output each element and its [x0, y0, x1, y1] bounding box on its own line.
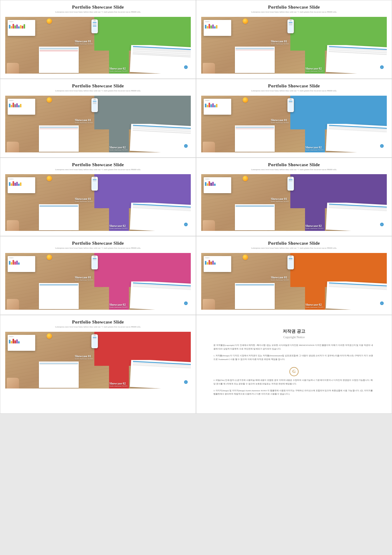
copyright-title: 저작권 공고 [283, 329, 305, 334]
info-dot-3: i [184, 144, 188, 148]
showcase-label-02-4: Showcase 02 Synth chartreuse XOXO [305, 146, 323, 151]
slide-card-1: Portfolio Showcase Slide Letterpress nex… [0, 0, 196, 79]
bottom-cell-chart-2 [234, 45, 276, 74]
bottom-doc-2 [235, 47, 275, 73]
hand-sil-3 [7, 142, 19, 152]
bar-chart-4 [205, 102, 230, 107]
scene-bottom-4: Showcase 02 Synth chartreuse XOXO i [201, 124, 387, 152]
copyright-paragraph-4: 3. 이미지(Image) 및 이미지(Image) Synth chartre… [213, 389, 375, 396]
scene-bottom-9: Showcase 02 Synth chartreuse XOXO i [5, 360, 191, 388]
showcase-label-01-1: Showcase 01 Synth chartreuse XOXO [75, 40, 93, 45]
showcase-label-02-3: Showcase 02 Synth chartreuse XOXO [109, 146, 127, 151]
bar-1 [9, 25, 10, 29]
bar-3 [13, 24, 14, 29]
bottom-cell-sc2-2: Showcase 02 Synth chartreuse XOXO [275, 45, 325, 74]
bar-chart-8 [205, 259, 230, 265]
slide-subtitle-6: Letterpress next level trust fund, befor… [251, 168, 337, 171]
scene-top-right-9 [94, 332, 191, 361]
bottom-cell-paper-2: i [325, 45, 387, 74]
slide-scene-7: Analytics Showcase 01 Synth chartreuse [5, 253, 191, 310]
hand-sil-1 [7, 63, 19, 74]
info-dot-2: i [380, 65, 384, 69]
scene-top-right-4 [290, 96, 387, 125]
scene-top-right-1 [94, 17, 191, 46]
bottom-cell-chart-3 [38, 124, 80, 152]
slide-title-3: Portfolio Showcase Slide [72, 83, 124, 89]
bottom-cell-sc2-1: Showcase 02 Synth chartreuse XOXO [79, 45, 129, 74]
slide-subtitle-4: Letterpress next level trust fund, befor… [251, 90, 337, 93]
showcase-label-02-9: Showcase 02 Synth chartreuse XOXO [109, 382, 127, 387]
slide-subtitle-7: Letterpress next level trust fund, befor… [55, 247, 141, 250]
fruit-1 [47, 18, 52, 24]
fruit-4 [243, 97, 248, 103]
slide-title-4: Portfolio Showcase Slide [268, 83, 320, 89]
scene-top-right-2 [290, 17, 387, 46]
showcase-label-01-9: Showcase 01 Synth chartreuse XOXO [75, 354, 93, 360]
copyright-paragraph-1: 본 저작물은(copyright) 디지 인쇄에서 제작한 <특이사항>없는 보… [213, 344, 375, 351]
scene-top-right-7 [94, 253, 191, 282]
phone-8 [287, 255, 294, 270]
bar-chart-9 [9, 338, 34, 343]
scene-bottom-7: Showcase 02 Synth chartreuse XOXO i [5, 281, 191, 310]
scene-bottom-5: Showcase 02 Synth chartreuse XOXO i [5, 203, 191, 231]
slide-title-6: Portfolio Showcase Slide [268, 162, 320, 167]
bar-9 [24, 24, 25, 29]
slide-scene-2: Analytics Showcase 01 S [201, 17, 387, 74]
info-dot-4: i [380, 144, 384, 148]
bar-chart-5 [9, 180, 34, 186]
right-paper-3 [130, 124, 191, 152]
slide-title-7: Portfolio Showcase Slide [72, 241, 124, 246]
slide-scene-9: Analytics Showcase 01 Synth chartreuse [5, 332, 191, 388]
info-dot-9: i [184, 380, 188, 384]
bar-5 [16, 25, 18, 29]
analytics-card-6: Analytics [204, 177, 231, 193]
showcase-label-01-2: Showcase 01 Synth chartreuse XOXO [271, 40, 289, 45]
slide-subtitle-8: Letterpress next level trust fund, befor… [251, 247, 337, 250]
right-paper-2 [326, 45, 387, 74]
bottom-cell-hand-2 [201, 45, 234, 74]
bottom-cell-paper-1: i [129, 45, 191, 74]
scene-top-1: Analytics [5, 17, 191, 46]
scene-top-right-5 [94, 174, 191, 204]
phone-2 [287, 19, 294, 33]
showcase-label-02-8: Showcase 02 Synth chartreuse XOXO [305, 303, 323, 308]
fruit-9 [47, 333, 52, 339]
scene-bottom-8: Showcase 02 Synth chartreuse XOXO i [201, 281, 387, 310]
bar-chart-6 [205, 180, 230, 186]
analytics-card-3: Analytics [8, 99, 35, 115]
phone-9 [91, 334, 98, 348]
showcase-label-02-2: Showcase 02 Synth chartreuse XOXO [305, 67, 323, 72]
scene-top-6: Analytics Showcase 01 Synth chartreuse [201, 174, 387, 204]
analytics-card-5: Analytics [8, 177, 35, 193]
bottom-doc-1 [39, 47, 79, 73]
slide-title-5: Portfolio Showcase Slide [72, 162, 124, 167]
phone-1 [91, 19, 98, 33]
slide-subtitle-1: Letterpress next level trust fund, befor… [55, 11, 141, 14]
bottom-cell-chart-1 [38, 45, 80, 74]
slide-title-2: Portfolio Showcase Slide [268, 5, 320, 10]
phone-7 [91, 255, 98, 270]
slide-card-5: Portfolio Showcase Slide Letterpress nex… [0, 158, 196, 236]
phone-6 [287, 177, 294, 191]
fruit-3 [47, 97, 52, 103]
showcase-label-02-6: Showcase 02 Synth chartreuse XOXO [305, 224, 323, 229]
bar-6 [18, 26, 20, 29]
bar-7 [20, 25, 21, 29]
slide-card-2: Portfolio Showcase Slide Letterpress nex… [196, 0, 392, 79]
bottom-cell-hand-3 [5, 124, 38, 152]
scene-top-3: Analytics Showcase 01 S [5, 96, 191, 125]
hand-sil-2 [203, 63, 215, 74]
slide-title-9: Portfolio Showcase Slide [72, 320, 124, 325]
scene-top-5: Analytics Showcase 01 S [5, 174, 191, 204]
slide-subtitle-9: Letterpress next level trust fund, befor… [55, 326, 141, 329]
analytics-card-4: Analytics [204, 99, 231, 115]
scene-top-2: Analytics Showcase 01 S [201, 17, 387, 46]
scene-bottom-6: Showcase 02 Synth chartreuse XOXO i [201, 203, 387, 231]
slide-subtitle-2: Letterpress next level trust fund, befor… [251, 11, 337, 14]
showcase-label-01-3: Showcase 01 Synth chartreuse XOXO [75, 118, 93, 124]
showcase-label-01-6: Showcase 01 Synth chartreuse XOXO [271, 197, 289, 202]
bar-chart-7 [9, 259, 34, 265]
scene-top-right-6 [290, 174, 387, 204]
copyright-paragraph-3: 2. 파일(File) 인쇄/잡지/소공구조에 사용하실 때에 내용이 포함된 … [213, 379, 375, 386]
copyright-inner: 저작권 공고 Copyright Notice 본 저작물은(copyright… [201, 320, 387, 408]
